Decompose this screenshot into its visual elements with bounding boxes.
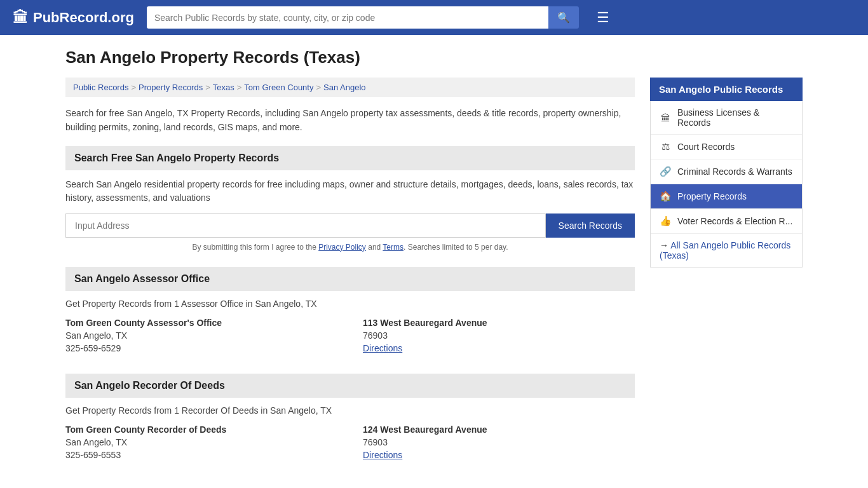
address-input[interactable] — [65, 214, 546, 238]
property-icon: 🏠 — [660, 191, 671, 202]
assessor-office-row: Tom Green County Assessor's Office San A… — [65, 318, 635, 356]
assessor-office-name: Tom Green County Assessor's Office — [65, 318, 337, 328]
recorder-office-left: Tom Green County Recorder of Deeds San A… — [65, 424, 337, 463]
content-main: Public Records > Property Records > Texa… — [65, 78, 635, 480]
assessor-office-address: 113 West Beauregard Avenue — [363, 318, 635, 328]
sidebar-item-criminal-label: Criminal Records & Warrants — [677, 166, 792, 177]
breadcrumb-sep-3: > — [237, 83, 242, 92]
limit-text: . Searches limited to 5 per day. — [403, 243, 508, 252]
recorder-office-zip: 76903 — [363, 437, 635, 447]
breadcrumb-public-records[interactable]: Public Records — [73, 83, 128, 92]
site-logo[interactable]: 🏛 PubRecord.org — [13, 9, 134, 27]
sidebar-item-court[interactable]: ⚖ Court Records — [651, 135, 802, 159]
breadcrumb-texas[interactable]: Texas — [213, 83, 234, 92]
breadcrumb-san-angelo[interactable]: San Angelo — [323, 83, 366, 92]
terms-link[interactable]: Terms — [383, 243, 403, 252]
recorder-office-right: 124 West Beauregard Avenue 76903 Directi… — [363, 424, 635, 463]
recorder-section: San Angelo Recorder Of Deeds Get Propert… — [65, 374, 635, 463]
recorder-section-heading: San Angelo Recorder Of Deeds — [65, 374, 635, 398]
sidebar-item-business-label: Business Licenses & Records — [677, 107, 793, 128]
assessor-office-zip: 76903 — [363, 330, 635, 341]
sidebar-item-all: → All San Angelo Public Records (Texas) — [651, 234, 802, 267]
breadcrumb-sep-4: > — [316, 83, 321, 92]
assessor-directions-link[interactable]: Directions — [363, 343, 402, 353]
recorder-office-row: Tom Green County Recorder of Deeds San A… — [65, 424, 635, 463]
recorder-office-name: Tom Green County Recorder of Deeds — [65, 424, 337, 435]
header-search-input[interactable] — [147, 6, 548, 29]
assessor-office-directions: Directions — [363, 343, 635, 353]
breadcrumb: Public Records > Property Records > Texa… — [65, 78, 635, 97]
search-description: Search San Angelo residential property r… — [65, 178, 635, 205]
site-header: 🏛 PubRecord.org 🔍 ☰ — [0, 0, 868, 35]
breadcrumb-tom-green[interactable]: Tom Green County — [244, 83, 313, 92]
header-search-wrap: 🔍 — [147, 6, 579, 29]
privacy-policy-link[interactable]: Privacy Policy — [318, 243, 366, 252]
search-disclaimer: By submitting this form I agree to the P… — [65, 243, 635, 252]
sidebar-item-business[interactable]: 🏛 Business Licenses & Records — [651, 101, 802, 135]
assessor-office-left: Tom Green County Assessor's Office San A… — [65, 318, 337, 356]
assessor-section-desc: Get Property Records from 1 Assessor Off… — [65, 299, 635, 309]
breadcrumb-property-records[interactable]: Property Records — [139, 83, 203, 92]
header-menu-button[interactable]: ☰ — [597, 10, 609, 26]
disclaimer-text: By submitting this form I agree to the — [192, 243, 318, 252]
search-section: Search Free San Angelo Property Records … — [65, 146, 635, 252]
sidebar-item-property-label: Property Records — [677, 191, 747, 201]
search-section-heading: Search Free San Angelo Property Records — [65, 146, 635, 170]
assessor-office-phone: 325-659-6529 — [65, 343, 337, 353]
sidebar-item-property[interactable]: 🏠 Property Records — [651, 184, 802, 209]
sidebar-menu: 🏛 Business Licenses & Records ⚖ Court Re… — [650, 101, 803, 268]
search-icon: 🔍 — [557, 12, 570, 23]
assessor-office-right: 113 West Beauregard Avenue 76903 Directi… — [363, 318, 635, 356]
sidebar-item-voter[interactable]: 👍 Voter Records & Election R... — [651, 209, 802, 234]
assessor-office-entry: Tom Green County Assessor's Office San A… — [65, 318, 635, 356]
main-container: San Angelo Property Records (Texas) Publ… — [53, 35, 815, 488]
sidebar: San Angelo Public Records 🏛 Business Lic… — [650, 78, 803, 480]
search-records-button[interactable]: Search Records — [546, 214, 635, 238]
page-title: San Angelo Property Records (Texas) — [65, 48, 803, 67]
breadcrumb-sep-1: > — [131, 83, 136, 92]
voter-icon: 👍 — [660, 215, 671, 227]
assessor-office-city: San Angelo, TX — [65, 330, 337, 341]
recorder-section-desc: Get Property Records from 1 Recorder Of … — [65, 405, 635, 416]
content-wrap: Public Records > Property Records > Texa… — [65, 78, 803, 480]
building-icon: 🏛 — [13, 9, 28, 27]
criminal-icon: 🔗 — [660, 166, 671, 177]
recorder-office-phone: 325-659-6553 — [65, 450, 337, 460]
and-text: and — [366, 243, 383, 252]
search-form: Search Records — [65, 214, 635, 238]
sidebar-item-court-label: Court Records — [677, 142, 735, 152]
recorder-office-directions: Directions — [363, 450, 635, 460]
assessor-section-heading: San Angelo Assessor Office — [65, 267, 635, 291]
arrow-icon: → — [660, 240, 670, 250]
page-description: Search for free San Angelo, TX Property … — [65, 106, 635, 135]
logo-text: PubRecord.org — [33, 10, 134, 26]
sidebar-item-voter-label: Voter Records & Election R... — [677, 216, 792, 226]
recorder-office-address: 124 West Beauregard Avenue — [363, 424, 635, 435]
sidebar-item-criminal[interactable]: 🔗 Criminal Records & Warrants — [651, 159, 802, 184]
recorder-office-city: San Angelo, TX — [65, 437, 337, 447]
business-icon: 🏛 — [660, 112, 671, 123]
assessor-section: San Angelo Assessor Office Get Property … — [65, 267, 635, 356]
header-search-button[interactable]: 🔍 — [548, 6, 579, 29]
sidebar-title: San Angelo Public Records — [650, 78, 803, 101]
recorder-directions-link[interactable]: Directions — [363, 450, 402, 460]
recorder-office-entry: Tom Green County Recorder of Deeds San A… — [65, 424, 635, 463]
breadcrumb-sep-2: > — [205, 83, 210, 92]
sidebar-all-link[interactable]: All San Angelo Public Records (Texas) — [660, 240, 790, 261]
court-icon: ⚖ — [660, 141, 671, 152]
menu-icon: ☰ — [597, 10, 609, 25]
